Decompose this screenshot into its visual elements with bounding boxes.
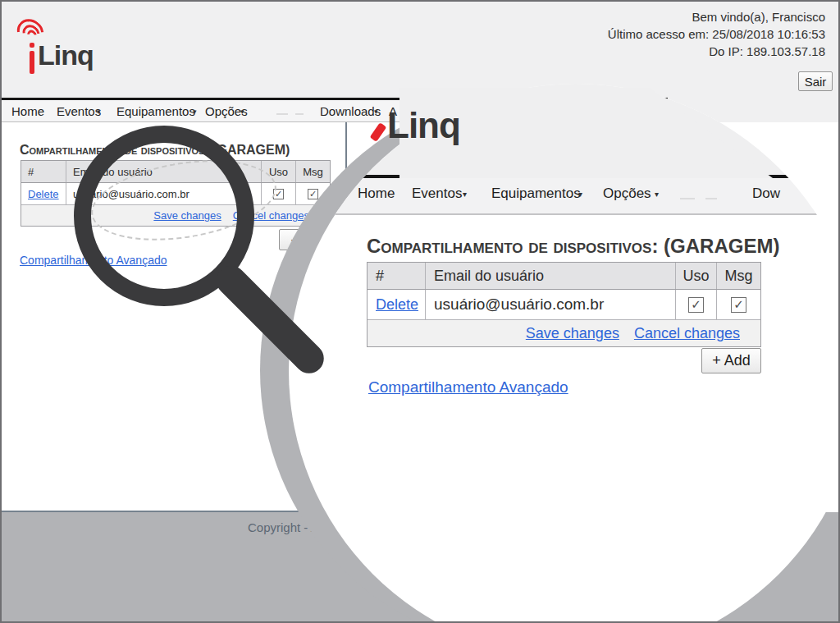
col-email: Email do usuário — [425, 263, 675, 289]
app-frame: Linq Bem vindo(a), Francisco Último aces… — [0, 0, 840, 623]
chevron-down-icon[interactable]: ▾ — [463, 190, 467, 199]
advanced-sharing-link[interactable]: Compartilhamento Avançado — [368, 378, 568, 396]
nav-downloads-partial[interactable]: Dow — [752, 186, 780, 202]
chevron-down-icon[interactable]: ▾ — [578, 190, 582, 199]
col-msg: Msg — [716, 263, 760, 289]
msg-checkbox[interactable]: ✓ — [731, 297, 746, 313]
logo-i-dot — [30, 43, 34, 48]
email-cell: usuário@usuário.com.br — [425, 290, 675, 319]
delete-link[interactable]: Delete — [28, 188, 59, 200]
table-footer-row: Save changes Cancel changes — [368, 319, 760, 346]
ilinq-logo-zoomed: Linq — [372, 100, 504, 158]
table-row: Delete usuário@usuário.com.br ✓ ✓ — [368, 290, 760, 319]
logout-button[interactable]: Sair — [798, 71, 833, 91]
save-changes-link[interactable]: Save changes — [526, 325, 619, 342]
faint-menu-placeholder — [680, 198, 695, 199]
ilinq-logo: Linq — [15, 18, 97, 77]
nav-equipamentos[interactable]: Equipamentos — [491, 186, 581, 202]
chevron-down-icon[interactable]: ▾ — [655, 190, 659, 199]
col-msg: Msg — [295, 161, 330, 182]
nav-eventos[interactable]: Eventos — [57, 104, 101, 118]
nav-eventos[interactable]: Eventos — [412, 186, 462, 202]
share-table: # Email do usuário Uso Msg Delete usuári… — [367, 262, 761, 347]
chevron-down-icon[interactable]: ▾ — [240, 108, 244, 116]
nav-home[interactable]: Home — [358, 186, 395, 202]
nav-opcoes[interactable]: Opções — [603, 186, 651, 202]
zoom-main-nav: Home Eventos ▾ Equipamentos ▾ Opções ▾ D… — [289, 175, 840, 215]
logo-text: Linq — [38, 39, 94, 71]
table-header-row: # Email do usuário Uso Msg — [368, 263, 760, 290]
ip-text: Do IP: 189.103.57.18 — [608, 43, 825, 60]
add-button[interactable]: + Add — [701, 348, 761, 373]
uso-checkbox[interactable]: ✓ — [688, 297, 704, 313]
last-access-text: Último acesso em: 25/08/2018 10:16:53 — [608, 25, 825, 43]
page-title: Compartilhamento de dispositivos: (GARAG… — [367, 235, 779, 258]
welcome-text: Bem vindo(a), Francisco — [608, 8, 825, 25]
logo-text: Linq — [387, 105, 460, 146]
delete-link[interactable]: Delete — [376, 296, 418, 314]
welcome-block: Bem vindo(a), Francisco Último acesso em… — [608, 8, 825, 60]
chevron-down-icon[interactable]: ▾ — [97, 108, 101, 116]
logo-i-stem — [30, 51, 34, 74]
faint-menu-placeholder — [705, 198, 717, 199]
msg-checkbox[interactable]: ✓ — [308, 189, 318, 199]
col-uso: Uso — [675, 263, 716, 289]
faint-menu-placeholder — [276, 113, 288, 115]
col-number: # — [368, 263, 425, 289]
nav-home[interactable]: Home — [11, 104, 44, 118]
logo-red-fragment — [370, 122, 387, 142]
cancel-changes-link[interactable]: Cancel changes — [634, 325, 740, 342]
faint-menu-placeholder — [295, 113, 304, 115]
chevron-down-icon[interactable]: ▾ — [193, 108, 197, 116]
nav-equipamentos[interactable]: Equipamentos — [116, 104, 195, 118]
content-border-bottom — [2, 511, 347, 512]
col-number: # — [21, 161, 66, 182]
